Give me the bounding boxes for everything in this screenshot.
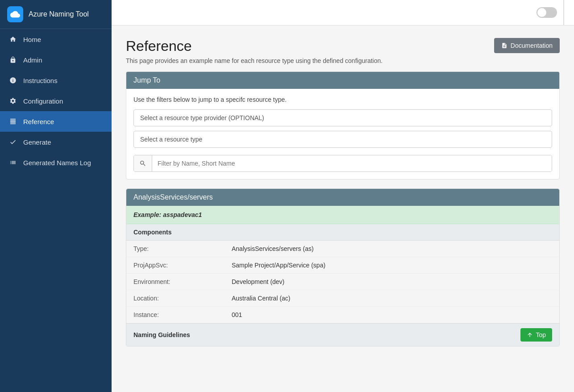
- sidebar-item-home-label: Home: [23, 36, 41, 43]
- sidebar-item-generate-label: Generate: [23, 138, 51, 146]
- naming-guidelines-label: Naming Guidelines: [133, 331, 190, 338]
- component-value-environment: Development (dev): [232, 278, 552, 285]
- jump-to-description: Use the filters below to jump to a speci…: [133, 96, 552, 103]
- gear-icon: [9, 97, 17, 105]
- filter-search-input[interactable]: [152, 155, 552, 171]
- home-icon: [9, 35, 17, 43]
- component-label-environment: Environment:: [133, 278, 232, 285]
- documentation-button-label: Documentation: [511, 42, 553, 49]
- page-header-text: Reference This page provides an example …: [126, 38, 383, 64]
- app-logo-icon: [7, 6, 23, 22]
- sidebar-item-generate[interactable]: Generate: [0, 132, 112, 152]
- example-label-text: Example: asspadevac1: [133, 211, 202, 218]
- top-button[interactable]: Top: [520, 328, 552, 342]
- jump-to-card: Jump To Use the filters below to jump to…: [126, 71, 560, 179]
- theme-toggle[interactable]: [537, 7, 557, 18]
- table-row: Location: Australia Central (ac): [126, 290, 559, 307]
- sidebar-item-home[interactable]: Home: [0, 29, 112, 50]
- sidebar-nav: Home Admin Instructions Configuration Re…: [0, 29, 112, 173]
- sidebar-item-instructions[interactable]: Instructions: [0, 70, 112, 91]
- components-header: Components: [126, 224, 559, 241]
- naming-guidelines-row: Naming Guidelines Top: [126, 323, 559, 346]
- sidebar-item-admin-label: Admin: [23, 56, 42, 64]
- resource-type-select[interactable]: Select a resource type: [133, 131, 552, 148]
- sidebar-item-reference[interactable]: Reference: [0, 111, 112, 132]
- component-value-instance: 001: [232, 311, 552, 318]
- sidebar-item-generated-names-log[interactable]: Generated Names Log: [0, 152, 112, 173]
- component-value-projappsvc: Sample Project/App/Service (spa): [232, 262, 552, 269]
- sidebar-item-instructions-label: Instructions: [23, 77, 58, 84]
- table-row: Instance: 001: [126, 307, 559, 323]
- sidebar-header: Azure Naming Tool: [0, 0, 112, 29]
- sidebar: Azure Naming Tool Home Admin Instruction…: [0, 0, 112, 392]
- topbar: [112, 0, 574, 25]
- lock-icon: [9, 56, 17, 64]
- component-value-location: Australia Central (ac): [232, 295, 552, 302]
- table-row: Environment: Development (dev): [126, 274, 559, 290]
- sidebar-item-configuration-label: Configuration: [23, 97, 63, 105]
- search-icon: [139, 160, 146, 167]
- sidebar-item-admin[interactable]: Admin: [0, 50, 112, 70]
- search-button[interactable]: [134, 155, 152, 171]
- sidebar-item-configuration[interactable]: Configuration: [0, 91, 112, 111]
- list-icon: [9, 158, 17, 167]
- filter-search-box: [133, 155, 552, 172]
- table-icon: [9, 117, 17, 125]
- jump-to-body: Use the filters below to jump to a speci…: [126, 89, 559, 179]
- component-label-projappsvc: ProjAppSvc:: [133, 262, 232, 269]
- app-title: Azure Naming Tool: [29, 10, 89, 18]
- example-row: Example: asspadevac1: [126, 206, 559, 224]
- top-button-label: Top: [536, 331, 546, 338]
- table-row: ProjAppSvc: Sample Project/App/Service (…: [126, 257, 559, 274]
- resource-header: AnalysisServices/servers: [126, 189, 559, 206]
- page-subtitle: This page provides an example name for e…: [126, 57, 383, 64]
- component-label-instance: Instance:: [133, 311, 232, 318]
- provider-select[interactable]: Select a resource type provider (OPTIONA…: [133, 109, 552, 126]
- component-label-location: Location:: [133, 295, 232, 302]
- page-header: Reference This page provides an example …: [126, 38, 560, 64]
- main-content: Reference This page provides an example …: [112, 0, 574, 392]
- documentation-button[interactable]: Documentation: [494, 38, 560, 53]
- table-row: Type: AnalysisServices/servers (as): [126, 241, 559, 257]
- sidebar-item-generated-names-log-label: Generated Names Log: [23, 159, 91, 167]
- component-label-type: Type:: [133, 245, 232, 252]
- check-icon: [9, 138, 17, 146]
- page-content: Reference This page provides an example …: [112, 25, 574, 392]
- doc-icon: [501, 42, 507, 49]
- page-title: Reference: [126, 38, 383, 54]
- sidebar-item-reference-label: Reference: [23, 118, 54, 125]
- jump-to-header: Jump To: [126, 72, 559, 89]
- component-value-type: AnalysisServices/servers (as): [232, 245, 552, 252]
- resource-card: AnalysisServices/servers Example: asspad…: [126, 188, 560, 346]
- top-icon: [527, 332, 533, 338]
- info-icon: [9, 76, 17, 84]
